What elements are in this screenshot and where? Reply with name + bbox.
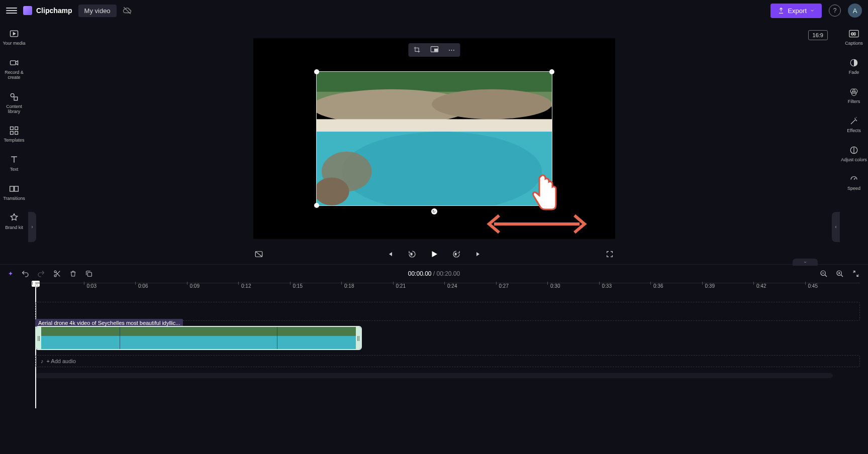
toggle-preview-quality-button[interactable] bbox=[253, 249, 264, 260]
rail-record-create[interactable]: Record & create bbox=[0, 57, 28, 80]
undo-button[interactable] bbox=[21, 270, 29, 278]
rail-label: Speed bbox=[847, 186, 860, 191]
empty-track[interactable] bbox=[35, 302, 860, 321]
svg-rect-7 bbox=[11, 132, 14, 135]
svg-rect-49 bbox=[238, 327, 277, 336]
brand-icon bbox=[9, 212, 20, 223]
rail-label: Text bbox=[10, 167, 19, 172]
svg-text:5: 5 bbox=[455, 253, 457, 256]
rail-label: Transitions bbox=[3, 196, 25, 201]
rail-captions[interactable]: CC Captions bbox=[845, 28, 863, 46]
split-button[interactable] bbox=[53, 270, 61, 278]
ruler-tick: 0:30 bbox=[550, 283, 560, 289]
add-audio-track[interactable]: ♪ + Add audio bbox=[35, 355, 860, 367]
rail-templates[interactable]: Templates bbox=[4, 125, 24, 143]
redo-button[interactable] bbox=[37, 270, 45, 278]
adjust-icon bbox=[848, 145, 859, 156]
help-button[interactable]: ? bbox=[829, 5, 841, 17]
transitions-icon bbox=[9, 183, 20, 194]
rail-label: Fade bbox=[849, 70, 859, 75]
rail-fade[interactable]: Fade bbox=[848, 57, 859, 75]
svg-point-3 bbox=[11, 93, 14, 97]
brand[interactable]: Clipchamp bbox=[23, 6, 72, 15]
rail-label: Content library bbox=[0, 104, 28, 115]
svg-rect-42 bbox=[80, 336, 120, 349]
skip-end-button[interactable] bbox=[473, 249, 484, 260]
rail-speed[interactable]: Speed bbox=[847, 173, 860, 191]
rail-adjust-colors[interactable]: Adjust colors bbox=[841, 145, 867, 163]
clip-preview-image bbox=[317, 72, 552, 205]
zoom-out-button[interactable] bbox=[820, 270, 828, 278]
svg-rect-47 bbox=[199, 327, 238, 336]
rail-effects[interactable]: Effects bbox=[847, 116, 860, 134]
rail-label: Brand kit bbox=[5, 225, 23, 231]
svg-rect-41 bbox=[80, 327, 120, 336]
more-button[interactable]: ⋯ bbox=[443, 43, 460, 57]
rail-text[interactable]: Text bbox=[9, 154, 20, 172]
svg-text:CC: CC bbox=[851, 32, 856, 36]
duplicate-button[interactable] bbox=[85, 270, 93, 278]
rotate-handle[interactable]: ↻ bbox=[431, 208, 437, 214]
forward-5s-button[interactable]: 5 bbox=[451, 249, 462, 260]
rail-content-library[interactable]: Content library bbox=[0, 91, 28, 115]
svg-rect-45 bbox=[159, 327, 199, 336]
clip-trim-handle-left[interactable]: || bbox=[36, 327, 41, 349]
svg-rect-51 bbox=[277, 327, 317, 336]
svg-rect-54 bbox=[317, 336, 356, 349]
aspect-ratio-badge[interactable]: 16:9 bbox=[808, 30, 828, 40]
timeline-collapse-tab[interactable] bbox=[793, 259, 818, 266]
time-ruler[interactable]: 00:030:060:090:120:150:180:210:240:270:3… bbox=[35, 283, 860, 295]
pip-button[interactable] bbox=[425, 43, 443, 57]
ruler-tick: 0:06 bbox=[138, 283, 148, 289]
top-bar: Clipchamp My video Export ? A bbox=[0, 0, 868, 21]
user-avatar[interactable]: A bbox=[848, 4, 862, 18]
rail-filters[interactable]: Filters bbox=[848, 86, 860, 104]
fit-timeline-button[interactable] bbox=[852, 270, 860, 278]
top-right-group: Export ? A bbox=[770, 4, 862, 18]
export-button[interactable]: Export bbox=[770, 4, 822, 18]
zoom-in-button[interactable] bbox=[836, 270, 844, 278]
ai-sparkle-button[interactable]: ✦ bbox=[8, 270, 13, 277]
ruler-tick: 0:21 bbox=[396, 283, 406, 289]
annotation-resize-arrow-icon bbox=[487, 211, 587, 237]
sync-disabled-icon[interactable] bbox=[123, 6, 132, 15]
right-panel-expand[interactable] bbox=[832, 212, 840, 242]
crop-button[interactable] bbox=[408, 43, 425, 57]
resize-handle-bl[interactable] bbox=[314, 203, 319, 208]
hamburger-menu[interactable] bbox=[6, 5, 17, 16]
rail-label: Adjust colors bbox=[841, 158, 867, 163]
delete-button[interactable] bbox=[69, 270, 77, 278]
video-stage[interactable]: ⋯ ↻ bbox=[253, 38, 615, 239]
main-area: Your media Record & create Content libra… bbox=[0, 21, 868, 262]
project-title[interactable]: My video bbox=[78, 5, 117, 17]
svg-rect-2 bbox=[11, 61, 16, 65]
toolbar-right-group bbox=[820, 270, 860, 278]
skip-start-button[interactable] bbox=[384, 249, 396, 260]
rewind-5s-button[interactable]: 5 bbox=[407, 249, 418, 260]
resize-handle-tr[interactable] bbox=[549, 69, 554, 74]
fade-icon bbox=[848, 57, 859, 68]
ruler-tick: 0:42 bbox=[756, 283, 766, 289]
stage-column: 16:9 ⋯ bbox=[28, 21, 840, 262]
rail-label: Filters bbox=[848, 99, 860, 104]
ruler-tick: 0:36 bbox=[653, 283, 663, 289]
rail-your-media[interactable]: Your media bbox=[3, 28, 25, 46]
rail-transitions[interactable]: Transitions bbox=[3, 183, 25, 201]
ruler-tick: 0:03 bbox=[87, 283, 97, 289]
selected-clip[interactable]: ↻ bbox=[316, 71, 552, 206]
play-button[interactable] bbox=[429, 249, 440, 260]
clip-toolbar: ⋯ bbox=[408, 43, 460, 57]
timeline-scrollbar[interactable] bbox=[35, 373, 833, 378]
clip-trim-handle-right[interactable]: || bbox=[356, 327, 361, 349]
svg-rect-46 bbox=[159, 336, 199, 349]
fullscreen-button[interactable] bbox=[604, 249, 615, 260]
camera-icon bbox=[9, 57, 20, 68]
toolbar-left-group: ✦ bbox=[8, 270, 93, 278]
rail-brand-kit[interactable]: Brand kit bbox=[5, 212, 23, 231]
timeline-video-clip[interactable]: || || bbox=[35, 326, 362, 350]
total-time: 00:20.00 bbox=[437, 270, 460, 277]
timeline-area: Aerial drone 4k video of Seychelles most… bbox=[35, 302, 860, 367]
resize-handle-tl[interactable] bbox=[314, 69, 319, 74]
ruler-tick: 0:24 bbox=[447, 283, 457, 289]
ruler-tick: 0:18 bbox=[344, 283, 354, 289]
